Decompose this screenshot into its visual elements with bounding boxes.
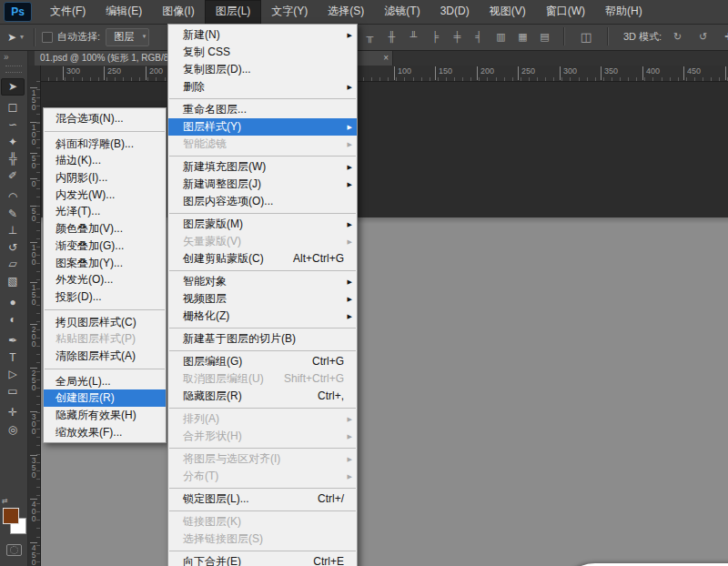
distribute-vertical-icon[interactable]: ▤: [535, 31, 554, 43]
menu-item[interactable]: [169, 98, 356, 99]
menu-item[interactable]: 智能滤镜 ▶: [168, 136, 357, 153]
menu-item[interactable]: 新建填充图层(W) ▶: [168, 158, 357, 176]
horizontal-ruler[interactable]: 300250200100150200250300350400450500: [40, 66, 728, 82]
menu-item[interactable]: 排列(A) ▶: [168, 410, 357, 428]
align-horizontal-centers-icon[interactable]: ╪: [448, 31, 467, 43]
menu-item[interactable]: 图层样式(Y) ▶: [168, 118, 357, 136]
distribute-centers-icon[interactable]: ▦: [513, 31, 532, 43]
menubar-item[interactable]: 编辑(E): [96, 0, 152, 24]
close-icon[interactable]: ×: [383, 51, 389, 65]
submenu-item[interactable]: [45, 131, 165, 132]
menu-item[interactable]: 新建(N) ▶: [168, 26, 357, 44]
align-left-edges-icon[interactable]: ╞: [426, 31, 445, 43]
move-tool-icon[interactable]: ➤: [7, 31, 16, 44]
menu-item[interactable]: 创建剪贴蒙版(C) Alt+Ctrl+G: [168, 250, 357, 268]
menubar-item[interactable]: 文字(Y): [261, 0, 318, 24]
align-bottom-edges-icon[interactable]: ╨: [404, 31, 423, 43]
dodge-tool[interactable]: ◐: [1, 311, 25, 328]
gradient-tool[interactable]: ▧: [1, 273, 25, 290]
menu-item[interactable]: 向下合并(E) Ctrl+E: [168, 553, 357, 566]
clone-stamp-tool[interactable]: ⊥: [1, 222, 25, 239]
auto-select-checkbox[interactable]: [42, 32, 53, 43]
submenu-item[interactable]: 创建图层(R): [44, 389, 166, 407]
menu-item[interactable]: 智能对象 ▶: [168, 273, 357, 290]
lasso-tool[interactable]: ∽: [1, 116, 25, 134]
menubar-item[interactable]: 文件(F): [40, 0, 96, 24]
rectangle-tool[interactable]: ▭: [1, 383, 25, 400]
menu-item[interactable]: 锁定图层(L)... Ctrl+/: [168, 490, 357, 508]
submenu-item[interactable]: 拷贝图层样式(C): [44, 314, 166, 331]
menu-item[interactable]: 图层编组(G) Ctrl+G: [168, 353, 357, 370]
3d-drag-icon[interactable]: ✚: [719, 31, 728, 43]
menu-item[interactable]: 取消图层编组(U) Shift+Ctrl+G: [168, 370, 357, 388]
menu-item[interactable]: 链接图层(K): [168, 513, 357, 531]
submenu-item[interactable]: 隐藏所有效果(H): [44, 407, 166, 424]
menu-item[interactable]: [169, 270, 356, 271]
menu-item[interactable]: 分布(T) ▶: [168, 468, 357, 485]
panel-grip[interactable]: [5, 66, 22, 73]
auto-select-target-dropdown[interactable]: 图层 ▾: [106, 28, 149, 46]
history-brush-tool[interactable]: ↺: [1, 239, 25, 257]
menubar-item[interactable]: 图层(L): [205, 0, 262, 24]
hand-tool[interactable]: ✛: [1, 404, 25, 421]
menu-item[interactable]: 新建调整图层(J) ▶: [168, 176, 357, 193]
align-vertical-centers-icon[interactable]: ╫: [382, 31, 401, 43]
menu-item[interactable]: 图层蒙版(M) ▶: [168, 216, 357, 233]
menu-item[interactable]: 重命名图层...: [168, 101, 357, 118]
submenu-item[interactable]: 渐变叠加(G)...: [44, 238, 166, 255]
vertical-ruler[interactable]: 15010050050100150200250300350400450: [27, 66, 41, 566]
menu-item[interactable]: 矢量蒙版(V) ▶: [168, 233, 357, 250]
menu-item[interactable]: 复制 CSS: [168, 44, 357, 61]
path-selection-tool[interactable]: ▷: [1, 366, 25, 383]
tool-preset-caret-icon[interactable]: ▾: [20, 33, 24, 41]
panel-collapse-icon[interactable]: »: [0, 51, 27, 64]
3d-rotate-icon[interactable]: ↻: [668, 31, 687, 43]
menubar-item[interactable]: 视图(V): [480, 0, 536, 24]
eraser-tool[interactable]: ▱: [1, 256, 25, 273]
submenu-item[interactable]: 光泽(T)...: [44, 203, 166, 220]
menu-item[interactable]: [169, 408, 356, 409]
pen-tool[interactable]: ✒: [1, 332, 25, 349]
submenu-item[interactable]: 颜色叠加(V)...: [44, 220, 166, 238]
submenu-item[interactable]: 斜面和浮雕(B)...: [44, 136, 166, 153]
align-right-edges-icon[interactable]: ╡: [470, 31, 489, 43]
submenu-item[interactable]: 混合选项(N)...: [44, 110, 166, 127]
move-tool[interactable]: ➤: [1, 78, 25, 96]
menu-item[interactable]: 栅格化(Z) ▶: [168, 308, 357, 325]
foreground-color-swatch[interactable]: [3, 508, 19, 524]
quick-selection-tool[interactable]: ✦: [1, 134, 25, 151]
menubar-item[interactable]: 3D(D): [430, 0, 480, 24]
auto-align-layers-icon[interactable]: ◫: [574, 30, 598, 44]
menu-item[interactable]: 选择链接图层(S): [168, 531, 357, 548]
menu-item[interactable]: 图层内容选项(O)...: [168, 193, 357, 210]
menu-item[interactable]: [169, 156, 356, 157]
submenu-item[interactable]: [45, 309, 165, 310]
menu-item[interactable]: 新建基于图层的切片(B): [168, 330, 357, 348]
rectangular-marquee-tool[interactable]: ☐: [1, 100, 25, 117]
submenu-item[interactable]: 图案叠加(Y)...: [44, 255, 166, 272]
menu-item[interactable]: 合并形状(H) ▶: [168, 428, 357, 445]
type-tool[interactable]: T: [1, 349, 25, 367]
menu-item[interactable]: 视频图层 ▶: [168, 290, 357, 308]
distribute-horizontal-icon[interactable]: ▥: [491, 31, 511, 43]
swap-colors-icon[interactable]: ⇄: [2, 497, 8, 505]
menu-item[interactable]: [169, 213, 356, 214]
eyedropper-tool[interactable]: ✐: [1, 167, 25, 185]
quick-mask-icon[interactable]: [6, 544, 22, 556]
menu-item[interactable]: 删除 ▶: [168, 78, 357, 96]
submenu-item[interactable]: [45, 369, 165, 369]
spot-healing-brush-tool[interactable]: ◠: [1, 188, 25, 206]
submenu-item[interactable]: 粘贴图层样式(P): [44, 330, 166, 348]
menu-item[interactable]: [169, 328, 356, 328]
menu-item[interactable]: 隐藏图层(R) Ctrl+,: [168, 388, 357, 405]
brush-tool[interactable]: ✎: [1, 206, 25, 223]
menu-item[interactable]: [169, 488, 356, 489]
menubar-item[interactable]: 窗口(W): [536, 0, 595, 24]
align-top-edges-icon[interactable]: ╥: [360, 31, 379, 43]
menu-item[interactable]: [169, 448, 356, 449]
submenu-item[interactable]: 外发光(O)...: [44, 271, 166, 288]
menu-item[interactable]: [169, 350, 356, 351]
zoom-tool[interactable]: ◎: [1, 421, 25, 439]
crop-tool[interactable]: ╬: [1, 150, 25, 167]
menubar-item[interactable]: 滤镜(T): [374, 0, 430, 24]
